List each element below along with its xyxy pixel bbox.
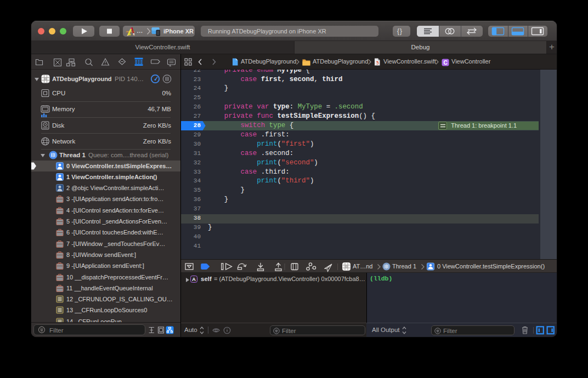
svg-text:C: C [443, 60, 447, 66]
